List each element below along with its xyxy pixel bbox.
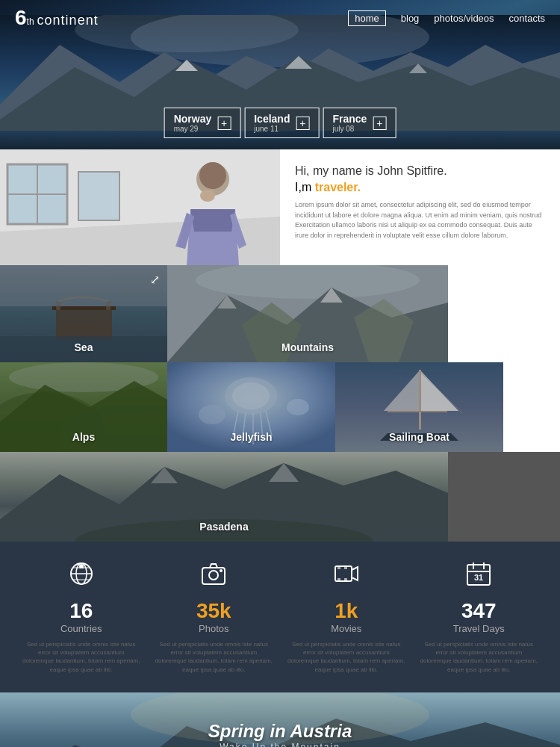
movies-desc: Sed ut perspiciatis unde omnis iste natu… xyxy=(287,640,406,674)
about-body: Lorem ipsum dolor sit amet, consectetur … xyxy=(295,200,545,241)
jellyfish-overlay: Jellyfish xyxy=(167,362,335,452)
gallery-item-pasadena[interactable]: Pasadena xyxy=(0,452,448,542)
alps-overlay: Alps xyxy=(0,362,167,452)
svg-point-18 xyxy=(199,162,226,189)
add-norway-button[interactable]: + xyxy=(217,117,231,130)
dest-date-france: july 08 xyxy=(332,125,367,133)
pasadena-label: Pasadena xyxy=(199,521,248,533)
sea-label: Sea xyxy=(75,341,93,353)
svg-rect-82 xyxy=(344,578,347,581)
logo-number: 6 xyxy=(15,7,27,28)
stat-photos: 35k Photos Sed ut perspiciatis unde omni… xyxy=(154,560,273,674)
dest-name-france: France xyxy=(332,113,367,125)
video-title: Spring in Austria xyxy=(208,721,352,742)
svg-rect-80 xyxy=(337,578,340,581)
camera-icon xyxy=(154,560,273,593)
destination-tabs: Norway may 29 + Iceland june 11 + France… xyxy=(164,108,396,138)
gallery-row-3: Pasadena xyxy=(0,452,560,542)
gallery-item-jellyfish[interactable]: Jellyfish xyxy=(167,362,335,452)
gallery-row-1: ⤢ Sea xyxy=(0,265,560,362)
alps-label: Alps xyxy=(72,431,95,443)
nav-blog[interactable]: blog xyxy=(401,13,420,24)
nav-photos[interactable]: photos/videos xyxy=(434,13,494,24)
logo-name: continent xyxy=(37,13,99,28)
main-nav: home blog photos/videos contacts xyxy=(348,10,545,26)
stat-movies: 1k Movies Sed ut perspiciatis unde omnis… xyxy=(287,560,406,674)
video-section: Spring in Austria Wake Up the Mountain w… xyxy=(0,692,560,747)
svg-point-23 xyxy=(200,190,215,202)
dest-name-iceland: Iceland xyxy=(254,113,290,125)
travel-days-label: Travel Days xyxy=(419,623,538,634)
svg-text:31: 31 xyxy=(474,573,483,582)
countries-label: Countries xyxy=(22,623,141,634)
header: 6th continent home blog photos/videos co… xyxy=(0,0,560,36)
mountains-label: Mountains xyxy=(281,341,334,353)
nav-contacts[interactable]: contacts xyxy=(509,13,545,24)
gallery-filler xyxy=(448,452,560,542)
stat-travel-days: 31 347 Travel Days Sed ut perspiciatis u… xyxy=(419,560,538,674)
pasadena-overlay: Pasadena xyxy=(0,452,448,542)
gallery-row-2: Alps xyxy=(0,362,560,452)
gallery-item-sailing-boat[interactable]: Sailing Boat xyxy=(335,362,503,452)
svg-marker-74 xyxy=(210,564,217,568)
gallery: ⤢ Sea xyxy=(0,265,560,542)
travel-days-number: 347 xyxy=(419,599,538,623)
stat-countries: 16 Countries Sed ut perspiciatis unde om… xyxy=(22,560,141,674)
photos-label: Photos xyxy=(154,623,273,634)
sailing-overlay: Sailing Boat xyxy=(335,362,503,452)
countries-desc: Sed ut perspiciatis unde omnis iste natu… xyxy=(22,640,141,674)
about-text: Hi, my name is John Spitfire. I,m travel… xyxy=(280,149,560,265)
svg-marker-20 xyxy=(190,209,235,232)
travel-days-desc: Sed ut perspiciatis unde omnis iste natu… xyxy=(419,640,538,674)
video-text-group: Spring in Austria Wake Up the Mountain xyxy=(208,721,352,747)
about-image xyxy=(0,149,280,265)
globe-icon xyxy=(22,560,141,593)
movies-highlight: 1k xyxy=(335,599,358,622)
expand-icon-sea: ⤢ xyxy=(150,273,160,287)
tagline-pre: I,m xyxy=(295,181,315,193)
about-section: Hi, my name is John Spitfire. I,m travel… xyxy=(0,149,560,265)
video-content: Spring in Austria Wake Up the Mountain w… xyxy=(208,721,352,747)
dest-date-iceland: june 11 xyxy=(254,125,290,133)
stats-section: 16 Countries Sed ut perspiciatis unde om… xyxy=(0,542,560,692)
svg-rect-79 xyxy=(337,566,340,569)
site-logo: 6th continent xyxy=(15,7,99,28)
add-france-button[interactable]: + xyxy=(373,117,386,130)
dest-date-norway: may 29 xyxy=(174,125,212,133)
mountains-overlay: Mountains xyxy=(167,265,448,362)
svg-rect-15 xyxy=(78,172,119,220)
logo-superscript: th xyxy=(27,16,34,27)
movies-label: Movies xyxy=(287,623,406,634)
svg-point-75 xyxy=(209,571,218,580)
svg-marker-78 xyxy=(352,567,358,580)
nav-home[interactable]: home xyxy=(348,10,386,26)
dest-tab-norway[interactable]: Norway may 29 + xyxy=(164,108,241,138)
svg-point-76 xyxy=(220,569,223,572)
gallery-item-mountains[interactable]: Mountains xyxy=(167,265,448,362)
gallery-item-alps[interactable]: Alps xyxy=(0,362,167,452)
add-iceland-button[interactable]: + xyxy=(296,117,309,130)
countries-number: 16 xyxy=(22,599,141,623)
video-subtitle: Wake Up the Mountain xyxy=(208,742,352,747)
jellyfish-label: Jellyfish xyxy=(230,431,272,443)
dest-tab-iceland[interactable]: Iceland june 11 + xyxy=(244,108,319,138)
about-greeting: Hi, my name is John Spitfire. xyxy=(295,164,545,178)
dest-name-norway: Norway xyxy=(174,113,212,125)
photos-number: 35k xyxy=(154,599,273,623)
photos-highlight: 35k xyxy=(196,599,231,622)
dest-tab-france[interactable]: France july 08 + xyxy=(323,108,396,138)
sailing-label: Sailing Boat xyxy=(389,431,449,443)
sea-overlay: ⤢ Sea xyxy=(0,265,167,362)
calendar-icon: 31 xyxy=(419,560,538,593)
tagline-word: traveler. xyxy=(315,181,361,193)
photos-desc: Sed ut perspiciatis unde omnis iste natu… xyxy=(154,640,273,674)
movies-number: 1k xyxy=(287,599,406,623)
svg-rect-81 xyxy=(344,566,347,569)
movie-icon xyxy=(287,560,406,593)
about-tagline: I,m traveler. xyxy=(295,181,545,194)
gallery-item-sea[interactable]: ⤢ Sea xyxy=(0,265,167,362)
